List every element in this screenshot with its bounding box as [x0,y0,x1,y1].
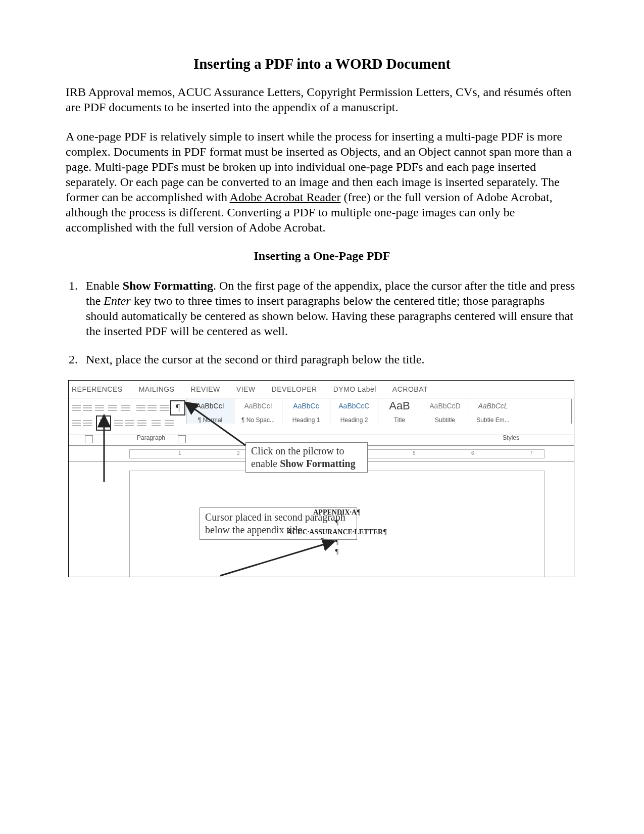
style-subtle-em[interactable]: AaBbCcL Subtle Em... [469,399,517,424]
decrease-indent-icon[interactable] [136,403,145,411]
tab-review[interactable]: REVIEW [191,385,220,393]
intro-paragraph-1: IRB Approval memos, ACUC Assurance Lette… [66,84,578,115]
style-heading1[interactable]: AaBbCc Heading 1 [282,399,330,424]
tab-acrobat[interactable]: ACROBAT [392,385,428,393]
styles-group-label: Styles [503,434,519,441]
steps-list: Enable Show Formatting. On the first pag… [66,278,578,367]
style-heading1-label: Heading 1 [285,416,327,424]
align-center-button[interactable] [96,415,111,431]
intro-paragraph-2: A one-page PDF is relatively simple to i… [66,129,578,235]
step-1-enter: Enter [104,294,130,307]
ruler-mark-2: 2 [237,450,240,456]
style-heading2-label: Heading 2 [333,416,375,424]
format-painter-icon[interactable] [83,403,92,411]
style-subtle-em-preview: AaBbCcL [472,400,514,411]
align-left-icon[interactable] [83,419,92,427]
tab-developer[interactable]: DEVELOPER [272,385,317,393]
tab-dymo[interactable]: DYMO Label [333,385,376,393]
style-nospacing[interactable]: AaBbCcI ¶ No Spac... [234,399,282,424]
ruler-mark-5: 5 [413,450,416,456]
line-spacing-icon[interactable] [137,419,146,427]
increase-indent-icon[interactable] [147,403,157,411]
justify-icon[interactable] [125,419,134,427]
show-formatting-button[interactable]: ¶ [170,400,185,415]
align-right-icon[interactable] [114,419,123,427]
style-subtitle-preview: AaBbCcD [424,400,466,411]
style-normal-label: ¶ Normal [189,416,231,424]
tab-mailings[interactable]: MAILINGS [139,385,175,393]
step-1-lead: Enable [86,279,123,292]
page: Inserting a PDF into a WORD Document IRB… [0,0,644,834]
pilcrow-callout: Click on the pilcrow to enable Show Form… [245,442,368,473]
tab-view[interactable]: VIEW [236,385,256,393]
ribbon: ¶ AaBbCcI ¶ Normal AaBbCcI ¶ No Spac... … [69,398,574,435]
adobe-reader-link[interactable]: Adobe Acrobat Reader [230,191,341,204]
page-title: Inserting a PDF into a WORD Document [66,56,578,72]
section-heading: Inserting a One-Page PDF [66,249,578,263]
style-subtitle[interactable]: AaBbCcD Subtitle [421,399,469,424]
ruler-mark-1: 1 [178,450,181,456]
paragraph-group-label: Paragraph [137,434,165,441]
sort-icon[interactable] [160,403,169,411]
borders-icon[interactable] [165,419,174,427]
style-normal[interactable]: AaBbCcI ¶ Normal [186,399,234,424]
style-heading1-preview: AaBbCc [285,400,327,411]
style-nospacing-label: ¶ No Spac... [237,416,279,424]
font-group-launcher-icon[interactable] [85,435,93,443]
multilevel-icon[interactable] [121,403,130,411]
doc-line-5: ¶ [130,547,544,557]
ribbon-tabs: REFERENCES MAILINGS REVIEW VIEW DEVELOPE… [69,381,574,398]
numbering-icon[interactable] [108,403,117,411]
style-heading2-preview: AaBbCcC [333,400,375,411]
style-title-label: Title [381,416,418,424]
pilcrow-callout-bold: Show Formatting [280,458,355,469]
style-subtitle-label: Subtitle [424,416,466,424]
step-1: Enable Show Formatting. On the first pag… [81,278,578,339]
tab-references[interactable]: REFERENCES [72,385,123,393]
ruler-mark-6: 6 [471,450,474,456]
style-normal-preview: AaBbCcI [189,400,231,411]
font-dropdown-icon[interactable] [72,403,81,411]
step-2: Next, place the cursor at the second or … [81,352,578,367]
style-subtle-em-label: Subtle Em... [472,416,514,424]
bullets-icon[interactable] [95,403,104,411]
style-title-preview: AaB [381,400,418,411]
style-heading2[interactable]: AaBbCcC Heading 2 [330,399,378,424]
ruler-mark-7: 7 [530,450,533,456]
style-nospacing-preview: AaBbCcI [237,400,279,411]
styles-gallery: AaBbCcI ¶ Normal AaBbCcI ¶ No Spac... Aa… [186,399,572,424]
word-screenshot: REFERENCES MAILINGS REVIEW VIEW DEVELOPE… [68,380,574,577]
shading-icon[interactable] [152,419,161,427]
cursor-callout: Cursor placed in second paragraph below … [200,507,357,540]
step-1-tail: key two to three times to insert paragra… [86,294,573,338]
pilcrow-callout-l1: Click on the pilcrow to [251,445,344,456]
step-1-bold: Show Formatting [123,279,213,292]
paragraph-group-launcher-icon[interactable] [178,435,186,443]
style-title[interactable]: AaB Title [378,399,421,424]
pilcrow-callout-l2a: enable [251,458,280,469]
font-color-icon[interactable] [72,419,81,427]
